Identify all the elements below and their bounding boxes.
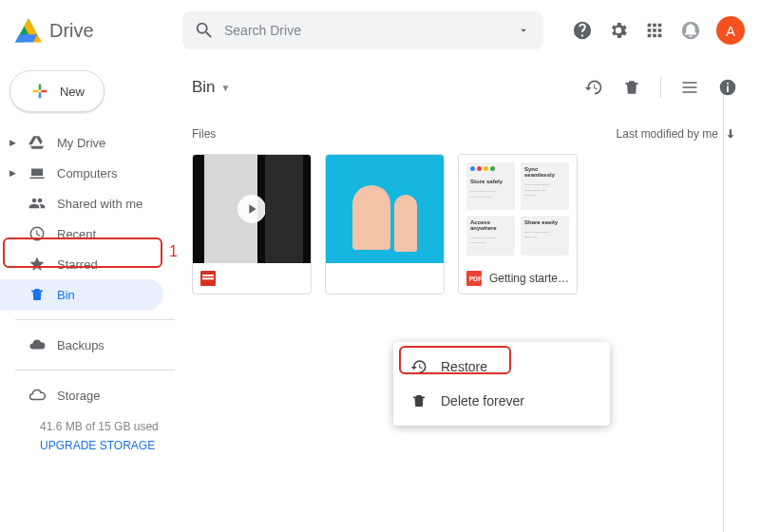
file-thumbnail	[193, 155, 311, 263]
account-avatar[interactable]: A	[716, 16, 745, 45]
sort-label: Last modified by me	[617, 127, 718, 141]
restore-action-icon[interactable]	[584, 78, 603, 97]
file-card-video[interactable]	[192, 154, 312, 294]
bin-icon	[410, 392, 428, 409]
divider	[15, 319, 175, 320]
svg-rect-3	[202, 275, 214, 276]
chevron-down-icon: ▼	[221, 83, 231, 93]
sidebar-item-storage[interactable]: ▶ Storage	[0, 380, 163, 410]
chevron-right-icon: ▶	[10, 138, 17, 147]
play-icon	[238, 195, 266, 223]
nav-label: Recent	[57, 227, 96, 241]
logo-area[interactable]: Drive	[15, 18, 175, 43]
context-restore[interactable]: Restore	[393, 350, 610, 384]
svg-text:PDF: PDF	[469, 276, 482, 282]
info-icon[interactable]	[718, 78, 737, 97]
clock-icon	[28, 225, 46, 242]
file-card-image[interactable]	[325, 154, 445, 294]
plus-icon	[29, 81, 50, 102]
main-content: Bin ▼ Files Last modified by me	[175, 61, 760, 532]
computers-icon	[28, 164, 46, 181]
video-file-icon	[200, 271, 216, 286]
toolbar-divider	[660, 77, 661, 98]
new-button[interactable]: New	[10, 70, 104, 112]
product-name: Drive	[49, 20, 94, 42]
notifications-icon[interactable]	[680, 20, 701, 41]
upgrade-storage-link[interactable]: UPGRADE STORAGE	[40, 439, 175, 452]
sidebar: New ▶ My Drive ▶ Computers ▶ Shared with…	[0, 61, 175, 532]
arrow-down-icon	[724, 127, 737, 141]
chevron-right-icon: ▶	[10, 168, 17, 178]
context-delete-forever[interactable]: Delete forever	[393, 384, 610, 418]
file-name: Getting starte…	[489, 272, 569, 285]
people-icon	[28, 195, 46, 212]
drive-logo-icon	[15, 18, 42, 43]
nav-label: Computers	[57, 166, 118, 180]
scrollbar[interactable]	[723, 95, 724, 532]
svg-rect-4	[202, 277, 214, 279]
nav-label: Bin	[57, 288, 75, 302]
doc-tile-title: Sync seamlessly	[521, 162, 569, 181]
sidebar-item-backups[interactable]: ▶ Backups	[0, 330, 163, 360]
sidebar-item-starred[interactable]: ▶ Starred	[0, 249, 163, 279]
star-icon	[28, 256, 46, 273]
file-thumbnail	[326, 155, 444, 263]
pdf-file-icon: PDF	[466, 271, 482, 286]
sidebar-item-bin[interactable]: ▶ Bin	[0, 279, 163, 310]
files-section-label: Files	[192, 127, 216, 141]
context-delete-label: Delete forever	[441, 393, 524, 408]
search-icon	[194, 20, 215, 41]
context-restore-label: Restore	[441, 359, 487, 374]
drive-icon	[28, 134, 46, 151]
nav-label: Storage	[57, 389, 101, 403]
sidebar-item-my-drive[interactable]: ▶ My Drive	[0, 127, 163, 158]
sidebar-item-recent[interactable]: ▶ Recent	[0, 218, 163, 249]
cloud-solid-icon	[28, 336, 46, 353]
search-input[interactable]	[224, 23, 532, 38]
search-bar[interactable]	[182, 11, 543, 49]
nav-label: Backups	[57, 338, 104, 352]
cloud-outline-icon	[28, 387, 46, 404]
search-dropdown-icon[interactable]	[513, 20, 534, 41]
bin-icon	[28, 286, 46, 303]
sort-control[interactable]: Last modified by me	[617, 127, 737, 141]
file-thumbnail: Store safely—— —— ———— —— — Sync seamles…	[459, 155, 577, 263]
delete-action-icon[interactable]	[622, 78, 641, 97]
help-icon[interactable]	[572, 20, 593, 41]
new-button-label: New	[60, 85, 85, 99]
restore-icon	[410, 358, 428, 375]
divider	[15, 370, 175, 370]
nav-label: Shared with me	[57, 197, 142, 211]
page-title: Bin	[192, 78, 216, 97]
file-card-pdf[interactable]: Store safely—— —— ———— —— — Sync seamles…	[458, 154, 578, 294]
storage-used-text: 41.6 MB of 15 GB used	[40, 420, 175, 433]
doc-tile-title: Store safely	[466, 175, 515, 188]
context-menu: Restore Delete forever	[393, 342, 610, 426]
list-view-icon[interactable]	[680, 78, 699, 97]
doc-tile-title: Share easily	[521, 216, 569, 229]
nav-label: My Drive	[57, 136, 105, 150]
doc-tile-title: Access anywhere	[466, 216, 515, 235]
apps-icon[interactable]	[644, 20, 665, 41]
settings-icon[interactable]	[608, 20, 629, 41]
header: Drive A	[0, 0, 760, 61]
nav-label: Starred	[57, 257, 98, 272]
page-title-dropdown[interactable]: Bin ▼	[192, 78, 230, 97]
image-file-icon	[333, 271, 349, 286]
sidebar-item-shared-with-me[interactable]: ▶ Shared with me	[0, 188, 163, 218]
sidebar-item-computers[interactable]: ▶ Computers	[0, 158, 163, 188]
